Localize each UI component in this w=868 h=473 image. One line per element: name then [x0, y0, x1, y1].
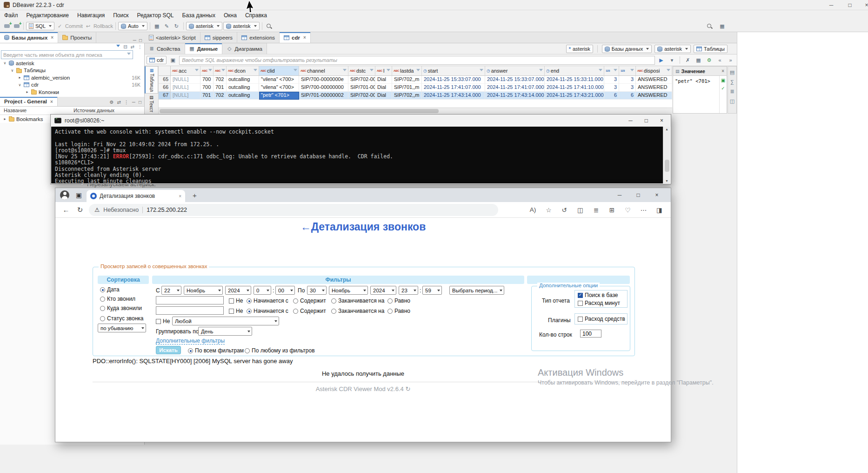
- minimize-button[interactable]: ─: [823, 0, 839, 10]
- terminal-output[interactable]: Activate the web console with: systemctl…: [51, 127, 663, 183]
- cell[interactable]: 2024-11-25 15:33:07.000: [422, 76, 485, 84]
- tree-item-asterisk[interactable]: ∨ asterisk: [0, 60, 144, 67]
- column-header-channel[interactable]: ABCchannel: [299, 66, 348, 75]
- sql-editor-button[interactable]: SQL: [26, 22, 54, 30]
- tree-item-cdr[interactable]: ∨ cdr 16K: [0, 81, 144, 89]
- expand-icon[interactable]: ▸: [3, 117, 7, 121]
- cell[interactable]: [NULL]: [171, 76, 200, 84]
- cell[interactable]: "vilena" <700>: [259, 84, 299, 92]
- scrollbar-thumb[interactable]: [665, 160, 669, 172]
- grid-view-tab[interactable]: ▦ Таблица: [145, 66, 158, 94]
- filter-history-icon[interactable]: ▾: [668, 56, 676, 64]
- back-arrow[interactable]: ←: [300, 221, 311, 233]
- column-header-billsec[interactable]: 123: [619, 66, 636, 75]
- tab-extensions[interactable]: extensions: [237, 32, 280, 43]
- status-radio[interactable]: [100, 316, 105, 321]
- favorites-icon[interactable]: ☆: [543, 206, 554, 214]
- cell[interactable]: SIP/702-00: [348, 76, 375, 84]
- column-header-src[interactable]: ABC: [200, 66, 214, 75]
- cell[interactable]: 700: [200, 76, 214, 84]
- warning-icon[interactable]: ⚠: [94, 206, 100, 213]
- period-select[interactable]: Выбрать период...: [449, 286, 504, 295]
- filter-funnel-icon[interactable]: [539, 69, 543, 73]
- rows-count-input[interactable]: [580, 330, 601, 338]
- filter-funnel-icon[interactable]: [416, 69, 420, 73]
- cell[interactable]: Dial: [375, 76, 392, 84]
- tab-cdr[interactable]: cdr×: [280, 32, 311, 43]
- next-page-icon[interactable]: »: [726, 56, 735, 64]
- refs-panel-icon[interactable]: ◫: [730, 98, 734, 104]
- filter-funnel-icon[interactable]: [195, 69, 199, 73]
- expand-icon[interactable]: ∨: [10, 68, 14, 73]
- search-button[interactable]: Искать: [156, 346, 181, 354]
- scrollbar-thumb[interactable]: [160, 109, 439, 113]
- tables-link[interactable]: Таблицы: [694, 45, 728, 53]
- filter-funnel-icon[interactable]: [387, 69, 390, 73]
- link-editor-icon[interactable]: ⇄: [117, 100, 120, 105]
- value-text[interactable]: "petr" <701>: [673, 76, 727, 86]
- column-header-dst[interactable]: ABC: [214, 66, 227, 75]
- open-table-icon[interactable]: ▦: [153, 22, 161, 30]
- panels-icon[interactable]: ▦: [694, 56, 703, 64]
- connect-icon[interactable]: [12, 22, 21, 30]
- column-header-clid[interactable]: ABCclid: [259, 66, 299, 75]
- search-db-checkbox[interactable]: [578, 293, 583, 298]
- close-tab-icon[interactable]: ×: [303, 35, 306, 40]
- read-aloud-icon[interactable]: A): [527, 206, 539, 213]
- connection-indicator[interactable]: *asterisk: [566, 45, 593, 53]
- caller-radio[interactable]: [100, 297, 105, 302]
- tree-item-alembic-version[interactable]: ▸ alembic_version 16K: [0, 74, 144, 81]
- database-select[interactable]: asterisk: [654, 45, 691, 53]
- contains-radio[interactable]: [293, 298, 298, 304]
- url-text[interactable]: 172.25.200.222: [147, 207, 187, 213]
- tab-diagram[interactable]: ◇Диаграмма: [222, 43, 267, 54]
- to-hour-select[interactable]: 23: [399, 286, 418, 295]
- tab-sippeers[interactable]: sippeers: [200, 32, 237, 43]
- save-value-icon[interactable]: ▣: [721, 78, 725, 83]
- cell[interactable]: outcalling: [227, 92, 259, 100]
- filter-funnel-icon[interactable]: [254, 69, 257, 73]
- cell[interactable]: ANSWERED: [636, 84, 672, 92]
- starts-radio[interactable]: [247, 298, 252, 304]
- browser-essentials-icon[interactable]: ♡: [622, 206, 634, 214]
- order-select[interactable]: по убыванию: [98, 324, 146, 332]
- split-screen-icon[interactable]: ◫: [574, 206, 586, 214]
- cell[interactable]: SIP/700-0000000e: [299, 76, 348, 84]
- filter-funnel-icon[interactable]: [221, 69, 225, 73]
- terminal-scrollbar[interactable]: ▲ ▼: [663, 127, 670, 183]
- table-row[interactable]: 65 [NULL] 700 702 outcalling "vilena" <7…: [159, 76, 672, 84]
- maximize-panel-icon[interactable]: □: [139, 100, 141, 105]
- cell[interactable]: SIP/702,,m: [392, 92, 422, 100]
- contains-radio[interactable]: [293, 309, 298, 314]
- connection-select[interactable]: asterisk: [186, 22, 222, 30]
- caller-filter-input[interactable]: [156, 296, 224, 304]
- search-filter-icon[interactable]: [127, 53, 131, 57]
- maximize-panel-icon[interactable]: □: [139, 38, 142, 43]
- cell[interactable]: SIP/701-00000002: [299, 92, 348, 100]
- filter-funnel-icon[interactable]: [599, 69, 602, 73]
- extra-filters-link[interactable]: Дополнительные фильтры: [156, 338, 225, 345]
- cell[interactable]: 2024-11-25 17:41:10.000: [545, 84, 604, 92]
- costs-checkbox[interactable]: [578, 317, 583, 322]
- collapse-all-icon[interactable]: ⊟: [123, 44, 127, 49]
- refresh-button[interactable]: ↻: [75, 206, 85, 214]
- cell[interactable]: 3: [619, 84, 636, 92]
- cell[interactable]: SIP/700-00000000: [299, 84, 348, 92]
- cell[interactable]: 3: [604, 76, 619, 84]
- schema-select[interactable]: asterisk: [223, 22, 260, 30]
- horizontal-scrollbar[interactable]: [159, 108, 672, 114]
- tab-properties[interactable]: ≣Свойства: [145, 43, 185, 54]
- filter-funnel-icon[interactable]: [294, 69, 297, 73]
- new-connection-icon[interactable]: [2, 22, 11, 30]
- table-row[interactable]: 66 [NULL] 700 701 outcalling "vilena" <7…: [159, 84, 672, 92]
- cell[interactable]: 2024-11-25 15:33:07.000: [485, 76, 545, 84]
- column-header-dcon[interactable]: ABCdcon: [227, 66, 259, 75]
- close-tab-icon[interactable]: ×: [179, 194, 181, 199]
- prev-page-icon[interactable]: «: [715, 56, 724, 64]
- column-header-acc[interactable]: ABCacc: [171, 66, 200, 75]
- cell[interactable]: 3: [604, 84, 619, 92]
- column-header-duration[interactable]: 123: [604, 66, 619, 75]
- quick-search-icon[interactable]: [705, 22, 714, 30]
- selected-cell[interactable]: "petr" <701>: [259, 92, 299, 100]
- collections-icon[interactable]: ⊞: [606, 206, 618, 214]
